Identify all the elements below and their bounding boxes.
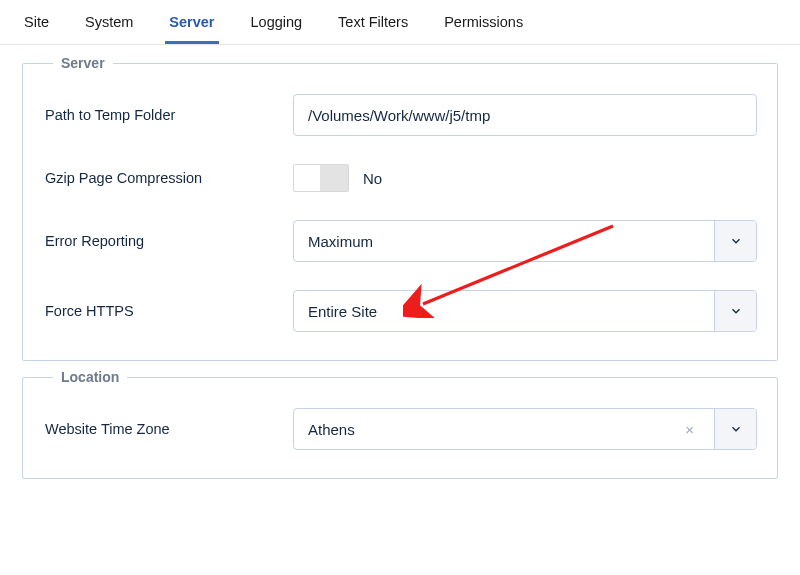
timezone-row: Website Time Zone Athens ×	[45, 408, 757, 450]
error-row: Error Reporting Maximum	[45, 220, 757, 262]
timezone-select[interactable]: Athens ×	[293, 408, 757, 450]
tab-site[interactable]: Site	[20, 0, 53, 44]
gzip-toggle-label: No	[363, 170, 382, 187]
chevron-down-icon	[714, 291, 756, 331]
tab-server[interactable]: Server	[165, 0, 218, 44]
https-select[interactable]: Entire Site	[293, 290, 757, 332]
timezone-value: Athens	[308, 421, 355, 438]
path-input[interactable]	[293, 94, 757, 136]
tab-text-filters[interactable]: Text Filters	[334, 0, 412, 44]
https-select-value: Entire Site	[294, 291, 714, 331]
path-row: Path to Temp Folder	[45, 94, 757, 136]
error-label: Error Reporting	[45, 233, 293, 249]
clear-icon[interactable]: ×	[679, 421, 700, 438]
https-row: Force HTTPS Entire Site	[45, 290, 757, 332]
tab-logging[interactable]: Logging	[247, 0, 307, 44]
toggle-handle	[294, 165, 320, 191]
server-fieldset: Server Path to Temp Folder Gzip Page Com…	[22, 63, 778, 361]
server-legend: Server	[53, 55, 113, 71]
chevron-down-icon	[714, 221, 756, 261]
tab-system[interactable]: System	[81, 0, 137, 44]
gzip-label: Gzip Page Compression	[45, 170, 293, 186]
https-label: Force HTTPS	[45, 303, 293, 319]
content-area: Server Path to Temp Folder Gzip Page Com…	[0, 45, 800, 513]
timezone-label: Website Time Zone	[45, 421, 293, 437]
error-select-value: Maximum	[294, 221, 714, 261]
gzip-toggle[interactable]	[293, 164, 349, 192]
location-fieldset: Location Website Time Zone Athens ×	[22, 377, 778, 479]
chevron-down-icon	[714, 409, 756, 449]
location-legend: Location	[53, 369, 127, 385]
gzip-row: Gzip Page Compression No	[45, 164, 757, 192]
error-select[interactable]: Maximum	[293, 220, 757, 262]
tab-permissions[interactable]: Permissions	[440, 0, 527, 44]
path-label: Path to Temp Folder	[45, 107, 293, 123]
tab-bar: Site System Server Logging Text Filters …	[0, 0, 800, 45]
